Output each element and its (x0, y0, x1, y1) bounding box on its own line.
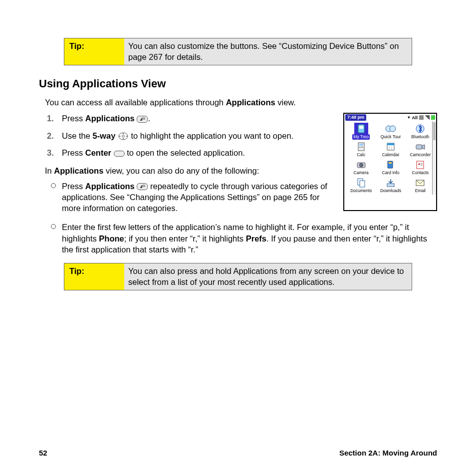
svg-rect-29 (389, 162, 392, 164)
screenshot-statusbar: 7:48 pm ▼ All (344, 114, 436, 121)
svg-rect-18 (359, 147, 360, 148)
text-strong: Applications (85, 182, 135, 191)
steps-list: Press Applications . Use the 5-way to hi… (45, 113, 338, 158)
screenshot-time: 7:48 pm (345, 114, 366, 121)
section-label: Section 2A: Moving Around (339, 448, 437, 458)
svg-rect-19 (361, 147, 362, 148)
text-strong: Applications (226, 98, 275, 107)
svg-rect-22 (387, 143, 394, 145)
screenshot-app-calendar: Calendar (376, 141, 405, 158)
svg-point-3 (122, 135, 124, 137)
screenshot-app-email: Email (406, 177, 435, 194)
step-1: Press Applications . (62, 113, 338, 124)
text-strong: Center (85, 148, 111, 157)
tip-label: Tip: (64, 38, 124, 65)
text: to open the selected application. (127, 148, 245, 157)
svg-rect-32 (421, 163, 423, 164)
svg-point-27 (359, 163, 363, 167)
bullet-list-continued: Enter the first few letters of the appli… (45, 222, 437, 255)
text-strong: Prefs (246, 234, 266, 243)
text: . (148, 114, 150, 123)
dropdown-triangle-icon: ▼ (407, 115, 411, 121)
section-heading: Using Applications View (39, 76, 437, 91)
intro-paragraph: You can access all available application… (45, 97, 437, 108)
screenshot-scrollbar (432, 121, 436, 195)
svg-rect-12 (359, 126, 363, 129)
screenshot-app-calc: Calc (346, 141, 376, 158)
text-strong: Phone (99, 234, 124, 243)
svg-rect-4 (123, 133, 124, 134)
screenshot-app-mytreo: My Treo (346, 123, 376, 140)
svg-rect-17 (359, 144, 363, 146)
text-strong: Applications (54, 166, 103, 175)
screenshot-app-cardinfo: Card Info (376, 159, 405, 176)
center-button-icon (114, 151, 125, 157)
applications-button-icon (137, 116, 148, 123)
text-strong: 5-way (92, 131, 115, 140)
step-3: Press Center to open the selected applic… (62, 147, 338, 158)
svg-rect-5 (123, 138, 124, 139)
screenshot-app-documents: Documents (346, 177, 376, 194)
screenshot-app-downloads: Downloads (376, 177, 405, 194)
svg-rect-25 (416, 145, 422, 149)
text: to highlight the application you want to… (131, 131, 294, 140)
svg-rect-35 (360, 181, 365, 187)
tip-body: You can also customize the buttons. See … (124, 38, 412, 65)
text: Press (62, 182, 85, 191)
tip-body: You can also press and hold Applications… (124, 263, 412, 290)
bullet-list: Press Applications repeatedly to cycle t… (45, 181, 338, 214)
svg-rect-33 (421, 165, 423, 166)
svg-rect-20 (362, 147, 363, 148)
signal-status-icon (425, 115, 430, 120)
tip-label: Tip: (64, 263, 124, 290)
screenshot-app-camera: Camera (346, 159, 376, 176)
text: You can access all available application… (45, 98, 226, 107)
card-status-icon (419, 115, 424, 120)
screenshot-app-quicktour: Quick Tour (376, 123, 405, 140)
applications-view-screenshot: 7:48 pm ▼ All My Treo Quick Tour (343, 113, 437, 211)
after-steps-paragraph: In Applications view, you can also do an… (45, 165, 338, 176)
text: ; if you then enter “r,” it highlights (124, 234, 246, 243)
bullet-1: Press Applications repeatedly to cycle t… (62, 181, 338, 214)
text: view, you can also do any of the followi… (103, 166, 259, 175)
page-footer: 52 Section 2A: Moving Around (39, 448, 437, 458)
text: Press (62, 148, 85, 157)
svg-point-14 (390, 126, 396, 132)
screenshot-app-grid: My Treo Quick Tour Bluetooth Calc Calend… (344, 121, 436, 195)
text-strong: Applications (85, 114, 135, 123)
screenshot-category: All (412, 115, 418, 121)
tip-box-2: Tip: You can also press and hold Applica… (64, 263, 412, 290)
tip-box-1: Tip: You can also customize the buttons.… (64, 38, 412, 65)
screenshot-app-bluetooth: Bluetooth (406, 123, 435, 140)
applications-button-icon (137, 183, 148, 190)
svg-rect-36 (387, 184, 394, 187)
text: view. (275, 98, 296, 107)
svg-rect-7 (126, 136, 127, 137)
page-number: 52 (39, 448, 47, 458)
svg-rect-8 (114, 151, 124, 156)
five-way-nav-icon (118, 132, 129, 141)
bullet-2: Enter the first few letters of the appli… (62, 222, 437, 255)
svg-rect-6 (119, 136, 120, 137)
svg-point-31 (418, 163, 420, 165)
screenshot-app-contacts: Contacts (406, 159, 435, 176)
text: Use the (62, 131, 92, 140)
screenshot-app-camcorder: Camcorder (406, 141, 435, 158)
battery-status-icon (431, 115, 435, 120)
step-2: Use the 5-way to highlight the applicati… (62, 130, 338, 141)
text: Press (62, 114, 85, 123)
text: In (45, 166, 54, 175)
